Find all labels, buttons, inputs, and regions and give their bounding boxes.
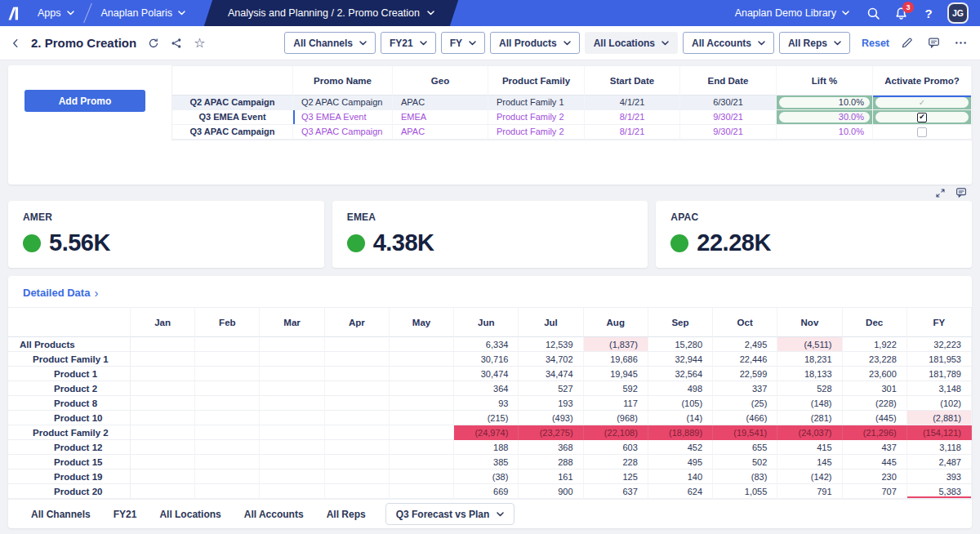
filter-fy21[interactable]: FY21 — [381, 32, 436, 54]
detail-value-cell: 181,953 — [907, 352, 972, 367]
detail-value-cell — [390, 337, 454, 352]
geo-cell[interactable]: APAC — [393, 125, 488, 140]
end-date-cell[interactable]: 9/30/21 — [680, 125, 777, 140]
detail-col-fy: FY — [907, 308, 972, 337]
more-ellipsis-icon[interactable] — [953, 35, 969, 51]
start-date-cell[interactable]: 4/1/21 — [585, 96, 680, 110]
start-date-cell[interactable]: 8/1/21 — [585, 125, 680, 140]
kpi-card-apac: APAC22.28K — [656, 201, 972, 268]
reset-button[interactable]: Reset — [862, 38, 889, 49]
workspace-menu[interactable]: Anaplan Polaris — [91, 0, 196, 26]
lift-cell[interactable]: 30.0% — [777, 110, 873, 125]
share-icon[interactable] — [169, 36, 184, 51]
footer-filter-all-reps[interactable]: All Reps — [327, 509, 366, 520]
detail-row-label: Product 15 — [8, 455, 131, 469]
add-promo-button[interactable]: Add Promo — [24, 90, 145, 112]
activate-checkbox[interactable]: ✓ — [873, 96, 972, 110]
lift-cell[interactable]: 10.0% — [777, 125, 873, 140]
footer-view-dropdown[interactable]: Q3 Forecast vs Plan — [385, 503, 515, 525]
footer-filter-all-channels[interactable]: All Channels — [31, 509, 91, 520]
detail-value-cell — [390, 411, 454, 425]
detail-col-aug: Aug — [584, 308, 648, 337]
filter-all-channels[interactable]: All Channels — [284, 32, 376, 54]
detail-col-oct: Oct — [713, 308, 777, 337]
activate-checkbox[interactable]: ✔ — [873, 110, 972, 125]
filter-all-reps[interactable]: All Reps — [779, 32, 850, 54]
filter-all-products[interactable]: All Products — [490, 32, 580, 54]
footer-filter-all-accounts[interactable]: All Accounts — [244, 509, 304, 520]
footer-filter-fy21[interactable]: FY21 — [114, 509, 137, 520]
detail-value-cell — [131, 469, 195, 484]
product-family-cell[interactable]: Product Family 2 — [488, 125, 585, 140]
detail-value-cell: 18,231 — [777, 352, 842, 367]
promo-name-cell[interactable]: Q2 APAC Campaign — [293, 96, 393, 110]
detail-value-cell — [390, 396, 454, 411]
avatar[interactable]: JG — [947, 2, 969, 24]
promo-name-cell[interactable]: Q3 APAC Campaign — [293, 125, 393, 140]
product-family-cell[interactable]: Product Family 1 — [488, 96, 585, 110]
detail-value-cell: 495 — [648, 455, 713, 469]
detail-value-cell — [131, 396, 195, 411]
edit-pencil-icon[interactable] — [899, 35, 915, 51]
detail-value-cell — [325, 455, 390, 469]
expand-icon[interactable] — [935, 188, 946, 198]
back-button[interactable] — [8, 36, 23, 51]
detail-value-cell: 145 — [777, 455, 842, 469]
end-date-cell[interactable]: 9/30/21 — [680, 110, 777, 125]
detail-value-cell: 900 — [519, 484, 583, 499]
library-menu[interactable]: Anaplan Demo Library — [725, 0, 859, 26]
activate-checkbox[interactable] — [873, 125, 972, 140]
kpi-label: APAC — [670, 211, 957, 223]
search-icon[interactable] — [859, 0, 887, 26]
library-menu-label: Anaplan Demo Library — [735, 7, 836, 19]
filter-fy[interactable]: FY — [441, 32, 485, 54]
end-date-cell[interactable]: 6/30/21 — [680, 96, 777, 110]
detail-row: Product 893193117(105)(25)(148)(228)(102… — [8, 396, 972, 411]
anaplan-logo-icon[interactable] — [0, 0, 28, 26]
footer-filter-all-locations[interactable]: All Locations — [159, 509, 220, 520]
detail-value-cell: 34,474 — [519, 367, 583, 381]
apps-menu[interactable]: Apps — [28, 0, 84, 26]
filter-all-accounts[interactable]: All Accounts — [683, 32, 774, 54]
geo-cell[interactable]: APAC — [393, 96, 488, 110]
kpi-value-row: 4.38K — [347, 229, 634, 256]
refresh-icon[interactable] — [146, 36, 161, 51]
favorite-star-icon[interactable]: ☆ — [192, 36, 207, 51]
notifications-bell-icon[interactable]: 3 — [887, 0, 915, 26]
page-tab[interactable]: Analysis and Planning / 2. Promo Creatio… — [204, 0, 458, 26]
geo-cell[interactable]: EMEA — [393, 110, 488, 125]
detail-value-cell: 592 — [584, 381, 648, 396]
detail-value-cell — [260, 440, 324, 455]
detail-col-feb: Feb — [195, 308, 260, 337]
detail-value-cell: 707 — [843, 484, 907, 499]
promo-name-cell[interactable]: Q3 EMEA Event — [293, 110, 393, 125]
detail-value-cell: (25) — [713, 396, 777, 411]
filter-label: All Locations — [594, 38, 655, 49]
detail-value-cell: (466) — [713, 411, 777, 425]
detail-value-cell: 34,702 — [519, 352, 583, 367]
detail-value-cell: 32,223 — [907, 337, 972, 352]
filter-all-locations[interactable]: All Locations — [585, 32, 678, 54]
detail-value-cell — [195, 396, 260, 411]
detail-value-cell — [195, 440, 260, 455]
comment-icon[interactable] — [926, 35, 942, 51]
chevron-down-icon — [834, 41, 841, 46]
detail-value-cell — [260, 367, 324, 381]
detail-row-label: Product 8 — [8, 396, 131, 411]
detail-value-cell — [131, 352, 195, 367]
kpi-value: 4.38K — [373, 229, 434, 256]
product-family-cell[interactable]: Product Family 2 — [488, 110, 585, 125]
chevron-down-icon — [497, 512, 504, 517]
detail-row-label: Product 2 — [8, 381, 131, 396]
detail-corner-cell — [8, 308, 131, 337]
lift-cell[interactable]: 10.0% — [777, 96, 873, 110]
help-icon[interactable]: ? — [915, 0, 942, 26]
detailed-data-link[interactable]: Detailed Data › — [8, 276, 98, 307]
detail-value-cell: (142) — [777, 469, 842, 484]
start-date-cell[interactable]: 8/1/21 — [585, 110, 680, 125]
detail-value-cell: (14) — [648, 411, 713, 425]
detail-col-dec: Dec — [843, 308, 907, 337]
detail-value-cell — [390, 469, 454, 484]
comment-icon[interactable] — [956, 187, 967, 198]
detail-value-cell: 3,148 — [907, 381, 972, 396]
